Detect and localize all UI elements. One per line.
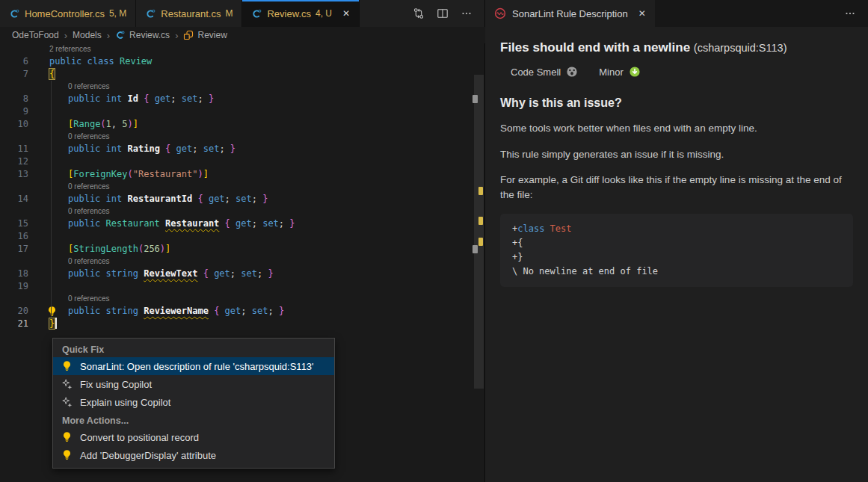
code-token: ReviewerName [144, 306, 209, 316]
breadcrumb-label: Review [197, 30, 227, 40]
code-line-text[interactable]: } [49, 318, 57, 330]
code-token: } [289, 218, 295, 229]
code-token: ; [268, 306, 278, 316]
code-editor[interactable]: 2 references6public class Review7{0 refe… [0, 43, 484, 330]
code-token: ; [198, 93, 209, 104]
codelens-references[interactable]: 0 references [68, 206, 110, 217]
codelens-references[interactable]: 0 references [68, 81, 110, 92]
code-token: RestaurantId [128, 194, 193, 204]
code-line-text[interactable]: public string ReviewText { get; set; } [68, 268, 274, 280]
code-line-text[interactable]: public int Id { get; set; } [68, 93, 214, 105]
code-line-text[interactable]: [StringLength(256)] [68, 243, 170, 256]
quickfix-item[interactable]: Fix using Copilot [53, 375, 334, 393]
panel-tab-sonarlint-rule-description[interactable]: SonarLint Rule Description ✕ [485, 0, 655, 27]
split-editor-icon[interactable] [437, 7, 449, 19]
codelens-references[interactable]: 0 references [68, 293, 110, 304]
code-line-text[interactable]: public Restaurant Restaurant { get; set;… [68, 217, 295, 230]
quickfix-item-label: Explain using Copilot [80, 397, 170, 408]
editor-tab-bar: HomeController.cs5, MRestaurant.csMRevie… [0, 0, 484, 27]
code-token [122, 143, 127, 154]
code-line-text[interactable]: public string ReviewerName { get; set; } [68, 305, 284, 318]
quickfix-section-header: Quick Fix [53, 340, 334, 357]
breadcrumb-label: OdeToFood [12, 30, 59, 40]
breadcrumb: OdeToFood›Models›Review.cs›Review [0, 27, 496, 43]
compare-changes-icon[interactable] [413, 7, 425, 19]
more-actions-icon[interactable] [461, 7, 473, 19]
scrollbar-thumb[interactable] [474, 75, 484, 389]
tab-git-badge: 4, U [316, 8, 332, 19]
code-token [219, 218, 224, 229]
code-line-6: 6public class Review [0, 55, 484, 68]
quickfix-item[interactable]: Explain using Copilot [53, 393, 334, 411]
code-token: { [49, 69, 55, 79]
more-actions-icon[interactable] [844, 0, 868, 27]
breadcrumb-item[interactable]: Models [73, 30, 102, 40]
code-token: int [106, 143, 123, 154]
code-token: ; [192, 143, 203, 154]
code-token: } [209, 93, 214, 104]
code-token: ; [252, 218, 262, 229]
code-line-19: 19 [0, 280, 484, 293]
code-token: set [182, 93, 198, 104]
editor-tab-restaurant-cs[interactable]: Restaurant.csM [136, 0, 242, 27]
breadcrumb-item[interactable]: OdeToFood [12, 30, 59, 40]
quickfix-item[interactable]: SonarLint: Open description of rule 'csh… [53, 357, 334, 375]
rule-id: (csharpsquid:S113) [694, 42, 787, 54]
code-token [219, 306, 224, 316]
quickfix-item-label: Add 'DebuggerDisplay' attribute [80, 450, 216, 461]
breadcrumb-separator: › [107, 30, 110, 41]
code-token: } [230, 143, 236, 154]
code-line-text[interactable]: public int Rating { get; set; } [68, 143, 236, 155]
line-number: 11 [0, 143, 28, 155]
code-line-17: 17[StringLength(256)] [0, 243, 484, 256]
rule-title: Files should end with a newline (csharps… [500, 40, 853, 55]
code-line-text[interactable]: public int RestaurantId { get; set; } [68, 193, 268, 206]
quick-fix-menu: Quick FixSonarLint: Open description of … [52, 338, 335, 469]
breadcrumb-item[interactable]: Review [183, 30, 227, 40]
close-icon[interactable]: ✕ [638, 8, 646, 19]
code-token: public [68, 93, 100, 104]
codelens-references[interactable]: 2 references [49, 43, 91, 55]
code-line-12: 12 [0, 155, 484, 168]
quickfix-item[interactable]: Convert to positional record [53, 428, 334, 446]
code-token: Range [73, 119, 100, 129]
code-token: public [68, 306, 100, 316]
line-number: 16 [0, 230, 28, 243]
codelens-references[interactable]: 0 references [68, 131, 110, 142]
quickfix-item[interactable]: Add 'DebuggerDisplay' attribute [53, 446, 334, 464]
code-line-7: 7{ [0, 68, 484, 81]
breadcrumb-item[interactable]: Review.cs [115, 30, 170, 40]
line-number: 13 [0, 168, 28, 181]
code-line-text[interactable]: [Range(1, 5)] [68, 118, 138, 131]
code-token: set [252, 306, 268, 316]
editor-tab-homecontroller-cs[interactable]: HomeController.cs5, M [0, 0, 136, 27]
code-line-text[interactable]: [ForeignKey("Restaurant")] [68, 168, 209, 181]
overview-change-marker [473, 245, 478, 253]
rule-paragraphs: Some tools work better when files end wi… [500, 121, 853, 202]
editor-tab-review-cs[interactable]: Review.cs4, U✕ [242, 0, 360, 27]
breadcrumb-label: Models [73, 30, 102, 40]
minor-severity-icon [629, 66, 641, 78]
editor-actions [413, 0, 484, 27]
line-number: 15 [0, 217, 28, 230]
code-line-text[interactable]: { [49, 68, 55, 81]
code-token [100, 93, 105, 104]
codelens-row: 0 references [0, 206, 484, 217]
close-icon[interactable]: ✕ [342, 8, 350, 19]
codelens-references[interactable]: 0 references [68, 256, 110, 267]
code-line-10: 10[Range(1, 5)] [0, 118, 484, 131]
lightbulb-icon[interactable] [46, 306, 58, 317]
code-token [197, 268, 203, 279]
codelens-references[interactable]: 0 references [68, 181, 110, 192]
code-token: ] [203, 169, 209, 179]
sonarlint-icon [494, 7, 506, 19]
code-line-text[interactable]: public class Review [49, 55, 152, 68]
code-smell-icon [566, 66, 578, 78]
diff-code-line: +} [512, 250, 841, 265]
codelens-row: 0 references [0, 293, 484, 305]
quickfix-item-label: Fix using Copilot [80, 379, 152, 390]
code-line-9: 9 [0, 105, 484, 118]
code-token: Restaurant [165, 218, 219, 229]
editor-group: HomeController.cs5, MRestaurant.csMRevie… [0, 0, 485, 482]
class-symbol-icon [183, 30, 194, 40]
